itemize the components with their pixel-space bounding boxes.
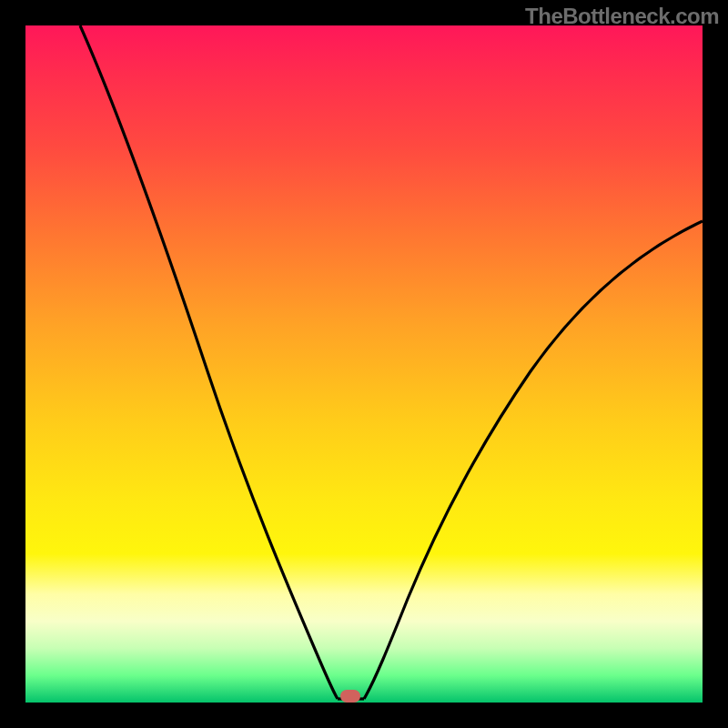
valley-marker	[340, 690, 360, 703]
curve-layer	[25, 25, 703, 703]
chart-frame: TheBottleneck.com	[0, 0, 728, 728]
watermark-text: TheBottleneck.com	[525, 4, 719, 29]
curve-right	[364, 221, 703, 699]
curve-left	[80, 25, 338, 699]
